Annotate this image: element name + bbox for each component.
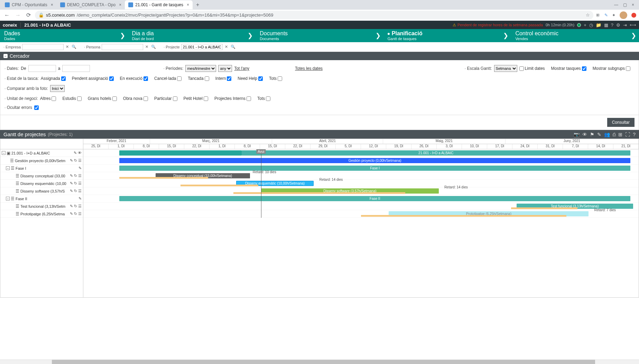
projecte-input[interactable] — [181, 44, 223, 50]
estat-assignada-checkbox[interactable] — [61, 76, 66, 81]
expand-icon[interactable]: ⛶ — [625, 132, 630, 137]
date-from-input[interactable] — [28, 65, 56, 72]
gantt-bar-project[interactable]: 21.001 - I+D a ALBAIC — [242, 150, 630, 156]
menu-icon[interactable]: ☰ — [78, 158, 82, 163]
tab-close-icon[interactable]: × — [119, 2, 121, 7]
menu-icon[interactable]: ☰ — [78, 181, 82, 186]
gantt-row-task[interactable]: ☰ Disseny esquemàtic (10,00 ✎↻☰ — [0, 180, 83, 187]
unitat-particular-checkbox[interactable] — [173, 96, 177, 101]
any-select[interactable]: any — [218, 65, 232, 72]
status-dot-icon[interactable] — [577, 23, 581, 27]
nav-diaadia[interactable]: Dia a dia Diari de bord ❯ — [128, 29, 256, 42]
periode-select[interactable]: mes/trimestre — [185, 65, 216, 72]
estat-tots-checkbox[interactable] — [278, 76, 282, 81]
plus-icon[interactable]: + — [584, 22, 586, 28]
unitat-estudis-checkbox[interactable] — [77, 96, 82, 101]
camera-icon[interactable]: 📷 — [574, 132, 580, 137]
unitat-granshotels-checkbox[interactable] — [112, 96, 117, 101]
address-bar[interactable]: 🔒 s5.coneix.com/demo_completa/Coneix2/mv… — [35, 11, 593, 20]
browser-tab-2[interactable]: 21.001 - Gantt de tasques× — [125, 0, 193, 9]
browser-tab-0[interactable]: CPM - Oportunitats× — [1, 0, 57, 9]
nav-dades[interactable]: Dades Dades ❯ — [0, 29, 128, 42]
tree-toggle-icon[interactable]: − — [6, 197, 10, 200]
avatar[interactable] — [620, 11, 627, 19]
collapse-toggle-icon[interactable]: − — [3, 54, 8, 58]
collapse-icon[interactable]: ⟷ — [630, 22, 636, 28]
ocultar-errors-checkbox[interactable] — [34, 105, 39, 110]
gantt-bar-gestion[interactable]: Gestión proyecto (0,00h/Setmana) — [119, 158, 630, 163]
edit-icon[interactable]: ✎ — [74, 151, 77, 155]
refresh-icon[interactable]: ↻ — [74, 181, 77, 186]
date-to-input[interactable] — [62, 65, 90, 72]
tot-lany-link[interactable]: Tot l'any — [234, 66, 249, 71]
search-icon[interactable]: 🔍 — [71, 45, 77, 49]
estat-cancelada-checkbox[interactable] — [177, 76, 182, 81]
puzzle-icon[interactable]: ✦ — [612, 13, 615, 18]
new-tab-button[interactable]: + — [193, 2, 203, 8]
gantt-bar-project-progress[interactable] — [119, 150, 241, 156]
feather-icon[interactable]: ✎ — [604, 13, 608, 18]
logout-icon[interactable]: ⇥ — [623, 22, 627, 28]
gantt-row-phase[interactable]: − ☰ Fase I ✎ — [0, 165, 83, 172]
menu-icon[interactable]: ☰ — [78, 174, 82, 178]
gantt-row-task[interactable]: ☰ Gestión proyecto (0,00h/Setm ✎↻☰ — [0, 157, 83, 165]
maximize-icon[interactable]: ▢ — [623, 2, 627, 7]
gantt-row-task[interactable]: ☰ Disseny conceptual (33,00 ✎↻☰ — [0, 172, 83, 180]
tree-toggle-icon[interactable]: − — [6, 166, 10, 170]
clear-icon[interactable]: ✕ — [65, 45, 70, 49]
unitat-obranova-checkbox[interactable] — [143, 96, 148, 101]
mostrar-tasques-checkbox[interactable] — [582, 66, 586, 71]
calendar-icon[interactable]: ▦ — [604, 22, 608, 28]
edit-icon[interactable]: ✎ — [70, 158, 73, 163]
flag-icon[interactable]: ⚑ — [590, 132, 594, 137]
gantt-bar-fase2[interactable]: Fase II — [119, 196, 630, 201]
refresh-icon[interactable]: ↻ — [74, 212, 77, 216]
eye-icon[interactable]: 👁 — [78, 151, 82, 155]
clock-icon[interactable]: ◷ — [589, 22, 593, 28]
users-icon[interactable]: 👥 — [604, 132, 610, 137]
menu-icon[interactable]: ☰ — [78, 212, 82, 216]
refresh-icon[interactable]: ↻ — [74, 174, 77, 178]
minimize-icon[interactable]: — — [614, 2, 618, 7]
settings-icon[interactable]: ⚙ — [616, 22, 620, 28]
nav-documents[interactable]: Documents Documents ❯ — [256, 29, 383, 42]
estat-execucio-checkbox[interactable] — [143, 76, 148, 81]
pdf-icon[interactable]: ⎙ — [613, 132, 615, 137]
folder-icon[interactable]: 📁 — [596, 22, 601, 28]
gantt-chart[interactable]: Febrer, 2021Març, 2021Abril, 2021Maig, 2… — [83, 139, 639, 297]
menu-icon[interactable]: ☰ — [78, 204, 82, 208]
tree-toggle-icon[interactable]: − — [2, 151, 6, 155]
limit-dates-checkbox[interactable] — [519, 66, 524, 71]
estat-tancada-checkbox[interactable] — [205, 76, 209, 81]
gantt-bar-fase1[interactable]: Fase I — [119, 166, 630, 171]
search-icon[interactable]: 🔍 — [150, 45, 157, 49]
gantt-row-project[interactable]: − ▣ 21.001 - I+D a ALBAIC ✎👁 — [0, 149, 83, 157]
help-icon[interactable]: ? — [633, 132, 636, 137]
mostrar-subgrups-checkbox[interactable] — [626, 66, 630, 71]
unitat-altres-checkbox[interactable] — [52, 96, 56, 101]
excel-icon[interactable]: ⊞ — [618, 132, 622, 137]
edit-icon[interactable]: ✎ — [78, 196, 82, 201]
cercador-header[interactable]: − Cercador — [0, 52, 639, 60]
unitat-projectesinterns-checkbox[interactable] — [247, 96, 251, 101]
bookmark-icon[interactable]: ☆ — [586, 12, 590, 18]
edit-icon[interactable]: ✎ — [78, 166, 82, 170]
edit-icon[interactable]: ✎ — [70, 189, 73, 193]
nav-controleconomic[interactable]: Control econòmic Vendes ❯ — [511, 29, 639, 42]
edit-icon[interactable]: ✎ — [70, 204, 73, 208]
brand-logo[interactable]: coneix — [3, 22, 17, 28]
comparar-select[interactable]: Inici — [50, 85, 65, 92]
browser-tab-1[interactable]: DEMO_COMPLETA - Opo× — [57, 0, 125, 9]
estat-intern-checkbox[interactable] — [227, 76, 231, 81]
estat-pendent-checkbox[interactable] — [109, 76, 114, 81]
empresa-input[interactable] — [22, 44, 64, 50]
clear-icon[interactable]: ✕ — [145, 45, 149, 49]
reload-button[interactable]: ⟳ — [25, 10, 32, 20]
refresh-icon[interactable]: ↻ — [74, 189, 77, 193]
gantt-row-phase[interactable]: − ☰ Fase II ✎ — [0, 195, 83, 203]
refresh-icon[interactable]: ↻ — [74, 204, 77, 208]
shield-icon[interactable]: ⛨ — [596, 13, 600, 18]
edit-icon[interactable]: ✎ — [70, 181, 73, 186]
totes-dates-link[interactable]: Totes les dates — [295, 66, 323, 71]
nav-planificacio[interactable]: Planificació Gantt de tasques ❯ — [383, 29, 511, 42]
